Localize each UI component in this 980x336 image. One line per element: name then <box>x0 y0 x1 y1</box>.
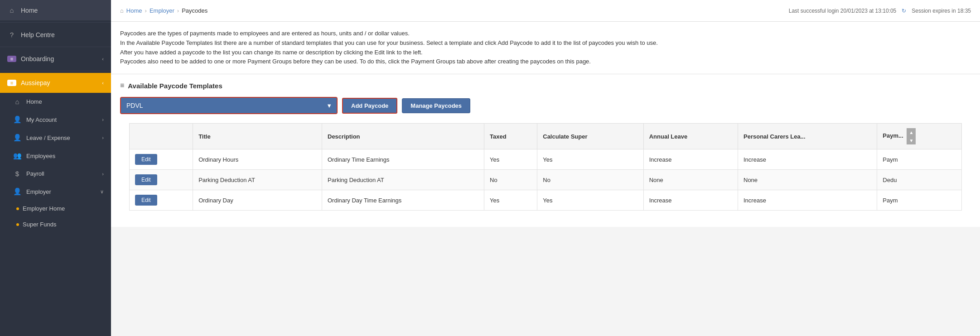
desc-cell-3: Ordinary Day Time Earnings <box>322 190 484 211</box>
topbar-right: Last successful login 20/01/2023 at 13:1… <box>789 8 971 14</box>
taxed-cell-2: No <box>484 170 537 190</box>
paym-cell-2: Dedu <box>877 170 962 190</box>
sidebar-item-help[interactable]: ? Help Centre <box>0 24 111 45</box>
sidebar-item-employer[interactable]: 👤 Employer ∨ <box>0 182 111 201</box>
sidebar-item-employees[interactable]: 👥 Employees <box>0 147 111 165</box>
annual-cell-1: Increase <box>643 149 738 170</box>
sidebar-employer-label: Employer <box>26 188 51 195</box>
annual-cell-3: Increase <box>643 190 738 211</box>
breadcrumb-sep2: › <box>177 7 179 14</box>
chevron-right-icon-payroll: › <box>102 171 104 177</box>
col-calculate-super: Calculate Super <box>537 124 643 149</box>
col-title: Title <box>193 124 322 149</box>
sidebar-employees-label: Employees <box>26 153 55 159</box>
home-icon: ⌂ <box>7 6 16 14</box>
annual-cell-2: None <box>643 170 738 190</box>
super-cell-3: Yes <box>537 190 643 211</box>
sidebar-item-my-account[interactable]: 👤 My Account › <box>0 110 111 129</box>
info-line4: Paycodes also need to be added to one or… <box>120 57 971 67</box>
edit-cell-2: Edit <box>130 170 193 190</box>
paym-cell-3: Paym <box>877 190 962 211</box>
sidebar-help-label: Help Centre <box>21 31 55 38</box>
aussiepay-icon: ≡ <box>7 80 16 86</box>
sidebar-employer-home-label: Employer Home <box>23 205 65 212</box>
title-cell-1: Ordinary Hours <box>193 149 322 170</box>
paycode-templates-section: ≡ Available Paycode Templates PDVL ▼ Add… <box>111 74 980 227</box>
chevron-right-icon-leave: › <box>102 135 104 140</box>
scroll-up-btn[interactable]: ▲ <box>907 128 916 136</box>
info-line3: After you have added a paycode to the li… <box>120 48 971 58</box>
col-actions <box>130 124 193 149</box>
edit-button-2[interactable]: Edit <box>135 174 157 185</box>
super-cell-1: Yes <box>537 149 643 170</box>
lines-icon: ≡ <box>120 82 124 90</box>
breadcrumb-home[interactable]: Home <box>126 7 142 14</box>
col-paym: Paym... ▲ ▼ <box>877 124 962 149</box>
sidebar-item-payroll[interactable]: $ Payroll › <box>0 165 111 182</box>
onboarding-icon: ≡ <box>7 56 16 62</box>
desc-cell-2: Parking Deduction AT <box>322 170 484 190</box>
breadcrumb-paycodes: Paycodes <box>182 7 208 14</box>
help-icon: ? <box>7 31 16 38</box>
session-info: Session expires in 18:35 <box>912 8 971 14</box>
col-personal-carers: Personal Carers Lea... <box>738 124 877 149</box>
dot-super-funds <box>16 223 19 226</box>
sidebar-item-home-sub[interactable]: ⌂ Home <box>0 93 111 110</box>
template-row: PDVL ▼ Add Paycode Manage Paycodes <box>120 97 971 114</box>
sidebar-item-onboarding[interactable]: ≡ Onboarding ‹ <box>0 49 111 69</box>
section-title: ≡ Available Paycode Templates <box>120 82 971 90</box>
sidebar-item-leave-expense[interactable]: 👤 Leave / Expense › <box>0 129 111 147</box>
sidebar-leave-label: Leave / Expense <box>26 134 70 141</box>
edit-button-3[interactable]: Edit <box>135 195 157 206</box>
taxed-cell-1: Yes <box>484 149 537 170</box>
table-row: Edit Ordinary Hours Ordinary Time Earnin… <box>130 149 962 170</box>
manage-paycodes-button[interactable]: Manage Paycodes <box>402 98 470 113</box>
chevron-left-icon-aussiepay: ‹ <box>102 80 104 86</box>
table-row: Edit Parking Deduction AT Parking Deduct… <box>130 170 962 190</box>
topbar: ⌂ Home › Employer › Paycodes Last succes… <box>111 0 980 22</box>
col-description: Description <box>322 124 484 149</box>
title-cell-2: Parking Deduction AT <box>193 170 322 190</box>
sidebar-item-aussiepay[interactable]: ≡ Aussiepay ‹ <box>0 73 111 93</box>
sidebar-item-super-funds[interactable]: Super Funds <box>0 216 111 232</box>
payroll-icon: $ <box>13 170 22 178</box>
sidebar: ⌂ Home ? Help Centre ≡ Onboarding ‹ ≡ Au… <box>0 0 111 336</box>
refresh-icon[interactable]: ↻ <box>902 8 906 14</box>
my-account-icon: 👤 <box>13 115 22 124</box>
sidebar-aussiepay-label: Aussiepay <box>21 79 50 86</box>
super-cell-2: No <box>537 170 643 190</box>
employees-icon: 👥 <box>13 152 22 160</box>
sidebar-payroll-label: Payroll <box>26 170 44 177</box>
breadcrumb-home-icon: ⌂ <box>120 7 124 14</box>
sidebar-onboarding-label: Onboarding <box>21 55 54 62</box>
home-sub-icon: ⌂ <box>13 98 22 106</box>
template-select[interactable]: PDVL <box>121 98 337 113</box>
chevron-right-icon-account: › <box>102 117 104 122</box>
breadcrumb-employer[interactable]: Employer <box>150 7 174 14</box>
edit-cell-3: Edit <box>130 190 193 211</box>
add-paycode-button[interactable]: Add Paycode <box>342 98 397 114</box>
paycodes-table: Title Description Taxed Calculate Super … <box>129 123 962 211</box>
sidebar-item-employer-home[interactable]: Employer Home <box>0 201 111 216</box>
chevron-left-icon: ‹ <box>102 56 104 62</box>
sidebar-my-account-label: My Account <box>26 116 57 123</box>
breadcrumb-sep1: › <box>145 7 147 14</box>
col-annual-leave: Annual Leave <box>643 124 738 149</box>
sidebar-item-home[interactable]: ⌂ Home <box>0 0 111 20</box>
desc-cell-1: Ordinary Time Earnings <box>322 149 484 170</box>
edit-button-1[interactable]: Edit <box>135 154 157 165</box>
scroll-down-btn[interactable]: ▼ <box>907 136 916 144</box>
sidebar-super-funds-label: Super Funds <box>23 221 56 228</box>
personal-cell-3: Increase <box>738 190 877 211</box>
chevron-down-icon-employer: ∨ <box>100 189 104 195</box>
section-title-text: Available Paycode Templates <box>128 82 222 90</box>
info-box: Paycodes are the types of payments made … <box>111 22 980 74</box>
paym-cell-1: Paym <box>877 149 962 170</box>
table-wrap: Title Description Taxed Calculate Super … <box>120 123 971 220</box>
edit-cell-1: Edit <box>130 149 193 170</box>
sidebar-home-sub-label: Home <box>26 98 42 105</box>
employer-icon: 👤 <box>13 187 22 196</box>
login-info: Last successful login 20/01/2023 at 13:1… <box>789 8 897 14</box>
info-line2: In the Available Paycode Templates list … <box>120 38 971 48</box>
title-cell-3: Ordinary Day <box>193 190 322 211</box>
